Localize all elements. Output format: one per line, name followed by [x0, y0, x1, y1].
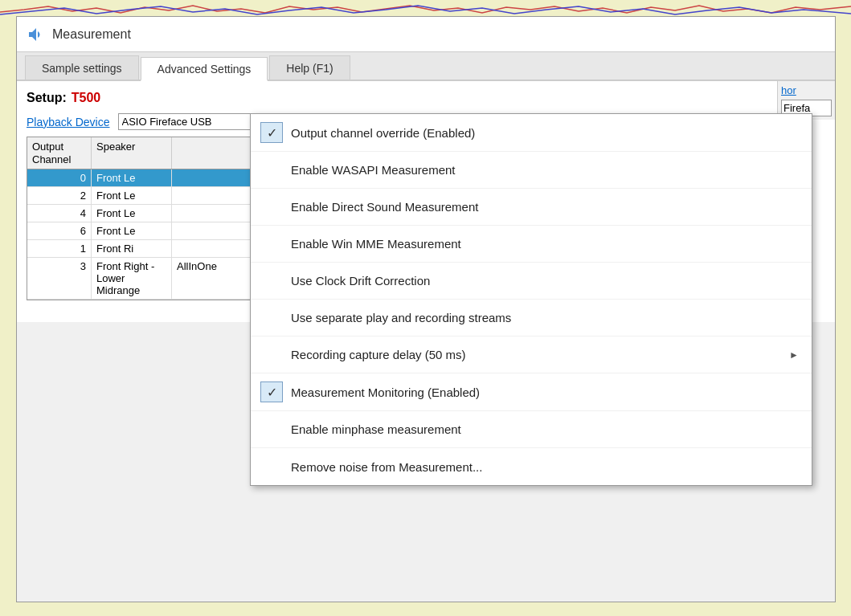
- menu-label-monitoring: Measurement Monitoring (Enabled): [291, 386, 480, 399]
- checkmark-monitoring-icon: ✓: [267, 385, 277, 400]
- tab-help[interactable]: Help (F1): [269, 55, 350, 80]
- window-title: Measurement: [52, 27, 131, 42]
- menu-item-clock-drift[interactable]: Use Clock Drift Correction: [251, 263, 812, 300]
- td-speaker: Front Le: [92, 222, 172, 239]
- td-channel: 3: [27, 258, 92, 299]
- td-channel: 1: [27, 240, 92, 257]
- main-window: Measurement Sample settings Advanced Set…: [16, 16, 836, 602]
- title-icon: [27, 25, 46, 44]
- menu-item-win-mme[interactable]: Enable Win MME Measurement: [251, 226, 812, 263]
- menu-label-minphase: Enable minphase measurement: [291, 422, 461, 436]
- menu-label-wasapi: Enable WASAPI Measurement: [291, 163, 456, 177]
- menu-label-clock-drift: Use Clock Drift Correction: [291, 274, 430, 288]
- td-speaker: Front Right - Lower Midrange: [92, 258, 172, 299]
- menu-label-recording-delay: Recording capture delay (50 ms): [291, 348, 466, 361]
- setup-row: Setup: T500: [27, 91, 825, 105]
- menu-label-win-mme: Enable Win MME Measurement: [291, 237, 461, 251]
- menu-item-recording-delay[interactable]: Recording capture delay (50 ms) ►: [251, 337, 812, 373]
- col-header-speaker: Speaker: [92, 137, 172, 169]
- menu-item-remove-noise[interactable]: Remove noise from Measurement...: [251, 448, 812, 485]
- td-channel: 2: [27, 187, 92, 204]
- setup-value: T500: [72, 91, 100, 105]
- menu-item-minphase[interactable]: Enable minphase measurement: [251, 411, 812, 448]
- menu-label-direct-sound: Enable Direct Sound Measurement: [291, 200, 478, 214]
- tab-bar: Sample settings Advanced Settings Help (…: [17, 52, 835, 81]
- right-label-1: hor: [781, 84, 832, 96]
- col-header-channel: OutputChannel: [27, 137, 92, 169]
- menu-label-remove-noise: Remove noise from Measurement...: [291, 460, 482, 474]
- tab-sample-settings[interactable]: Sample settings: [25, 55, 139, 80]
- check-output-channel-override: ✓: [260, 122, 283, 143]
- td-speaker: Front Le: [92, 169, 172, 186]
- menu-item-output-channel-override[interactable]: ✓ Output channel override (Enabled): [251, 114, 812, 152]
- dropdown-menu: ✓ Output channel override (Enabled) Enab…: [250, 113, 812, 486]
- playback-device-label[interactable]: Playback Device: [27, 116, 110, 129]
- title-bar: Measurement: [17, 17, 835, 52]
- check-monitoring: ✓: [260, 381, 283, 402]
- td-channel: 4: [27, 205, 92, 222]
- menu-item-direct-sound[interactable]: Enable Direct Sound Measurement: [251, 189, 812, 226]
- menu-item-separate-streams[interactable]: Use separate play and recording streams: [251, 300, 812, 337]
- menu-item-monitoring[interactable]: ✓ Measurement Monitoring (Enabled): [251, 373, 812, 411]
- td-speaker: Front Le: [92, 205, 172, 222]
- td-speaker: Front Le: [92, 187, 172, 204]
- menu-item-wasapi[interactable]: Enable WASAPI Measurement: [251, 152, 812, 189]
- chart-background: [0, 0, 851, 18]
- setup-label: Setup:: [27, 91, 67, 105]
- submenu-arrow-icon: ►: [789, 349, 799, 361]
- checkmark-icon: ✓: [267, 125, 277, 141]
- td-speaker: Front Ri: [92, 240, 172, 257]
- tab-advanced-settings[interactable]: Advanced Settings: [141, 57, 268, 81]
- td-channel: 6: [27, 222, 92, 239]
- menu-label-output-channel-override: Output channel override (Enabled): [291, 126, 475, 140]
- menu-label-separate-streams: Use separate play and recording streams: [291, 311, 511, 324]
- td-channel: 0: [27, 169, 92, 186]
